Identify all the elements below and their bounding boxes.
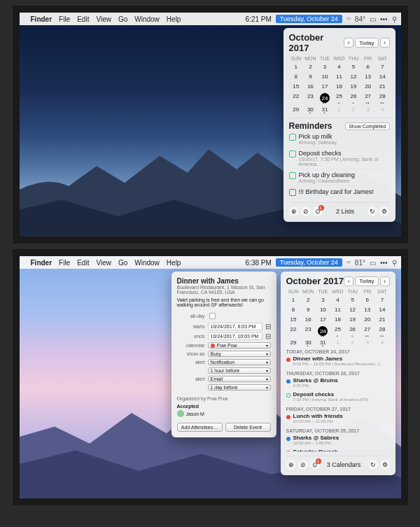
add-reminder-icon[interactable]: ⊘ xyxy=(301,206,311,216)
calendar-day[interactable]: 15 xyxy=(289,83,304,90)
calendar-day[interactable]: 14 xyxy=(375,73,390,80)
allday-checkbox[interactable] xyxy=(209,313,215,319)
calendar-day[interactable]: 17 xyxy=(318,83,332,90)
calendar-day[interactable]: 19 xyxy=(346,83,361,90)
calendar-day[interactable]: 13 xyxy=(360,306,374,314)
badge-icon[interactable]: ⊙1 xyxy=(313,206,323,216)
badge-icon[interactable]: ⊙1 xyxy=(310,460,320,470)
calendar-day[interactable]: 31• xyxy=(318,106,332,113)
calendar-day[interactable]: 16 xyxy=(303,83,318,90)
calendar-day[interactable]: 5 xyxy=(346,63,361,71)
wifi-icon[interactable]: ⌔ xyxy=(346,259,351,267)
menu-file[interactable]: File xyxy=(59,15,70,23)
battery-icon[interactable]: ▭ xyxy=(370,259,376,267)
footer-count[interactable]: 2 Lists xyxy=(336,208,354,215)
prev-month-button[interactable]: ‹ xyxy=(344,38,354,48)
calendar-day[interactable]: 1 xyxy=(332,106,346,113)
calendar-day[interactable]: 3 xyxy=(316,296,330,304)
refresh-icon[interactable]: ↻ xyxy=(368,206,377,216)
menu-window[interactable]: Window xyxy=(134,259,160,267)
reminder-item[interactable]: Pick up milkArriving: Safeway xyxy=(289,131,390,148)
calendar-day[interactable]: 27•• xyxy=(360,92,375,104)
event-item[interactable]: Lunch with friends10:00 AM – 11:00 AM xyxy=(286,412,390,426)
calendar-day[interactable]: 7 xyxy=(374,296,389,304)
calendar-day[interactable]: 27•• xyxy=(360,325,374,337)
reminder-item[interactable]: !!! Birthday card for James! xyxy=(289,186,390,198)
calendar-day[interactable]: 4 xyxy=(374,339,389,346)
calendar-day[interactable]: 28•• xyxy=(375,92,390,104)
calendar-day[interactable]: 14 xyxy=(374,306,389,314)
refresh-icon[interactable]: ↻ xyxy=(368,460,378,470)
showas-select[interactable]: Busy xyxy=(208,351,271,357)
alert2b-select[interactable]: 1 day before xyxy=(208,384,271,391)
calendar-day[interactable]: 8 xyxy=(286,306,301,314)
calendar-day[interactable]: 9 xyxy=(303,73,318,80)
calendar-day[interactable]: 22 xyxy=(289,92,304,104)
calendar-day[interactable]: 2 xyxy=(303,63,318,71)
app-name[interactable]: Finder xyxy=(31,15,52,23)
calendar-day[interactable]: 18 xyxy=(330,316,345,323)
calendar-day[interactable]: 11 xyxy=(330,306,345,314)
calendar-day[interactable]: 13 xyxy=(360,73,375,80)
calendar-day[interactable]: 30• xyxy=(303,106,318,113)
calendar-day[interactable]: 29 xyxy=(289,106,304,113)
calendar-day[interactable]: 23 xyxy=(301,325,316,337)
alert1-select[interactable]: Notification xyxy=(208,359,271,365)
calendar-day[interactable]: 11 xyxy=(332,73,346,80)
calendar-day[interactable]: 17 xyxy=(316,316,330,323)
calendar-day[interactable]: 12 xyxy=(346,73,361,80)
calendar-day[interactable]: 19 xyxy=(345,316,360,323)
date-badge[interactable]: Tuesday, October 24 xyxy=(276,258,342,267)
reminder-item[interactable]: Pick up dry cleaningArriving: Cleanersth… xyxy=(289,169,390,186)
next-month-button[interactable]: › xyxy=(380,276,390,286)
calendar-day[interactable]: 6 xyxy=(360,296,374,304)
menu-help[interactable]: Help xyxy=(167,15,181,23)
calendar-day[interactable]: 15 xyxy=(286,316,301,323)
event-item[interactable]: Deposit checks7:30 PM | Arriving: Bank o… xyxy=(286,390,390,404)
add-event-icon[interactable]: ⊕ xyxy=(286,460,296,470)
calendar-select[interactable]: Pow Pow xyxy=(208,342,271,349)
calendar-day[interactable]: 21 xyxy=(375,83,390,90)
calendar-day[interactable]: 2 xyxy=(345,339,360,346)
spotlight-icon[interactable]: ⚲ xyxy=(392,15,397,23)
calendar-day[interactable]: 10 xyxy=(318,73,332,80)
calendar-day[interactable]: 25• xyxy=(330,325,345,337)
more-icon[interactable]: ••• xyxy=(380,15,388,23)
menu-edit[interactable]: Edit xyxy=(77,259,89,267)
calendar-day[interactable]: 29 xyxy=(286,339,301,346)
starts-field[interactable]: 10/24/2017, 8:03 PM xyxy=(208,323,262,330)
event-item[interactable]: Dinner with James8:03 PM – 10:03 PM | Bo… xyxy=(286,354,390,368)
calendar-day[interactable]: 3 xyxy=(360,106,375,113)
today-button[interactable]: Today xyxy=(355,276,378,286)
add-reminder-icon[interactable]: ⊘ xyxy=(298,460,308,470)
show-completed-button[interactable]: Show Completed xyxy=(345,122,389,130)
calendar-day[interactable]: 18 xyxy=(332,83,346,90)
calendar-day[interactable]: 21 xyxy=(374,316,389,323)
calendar-day[interactable]: 26• xyxy=(345,325,360,337)
add-attendees-button[interactable]: Add Attendees… xyxy=(177,423,223,432)
menu-edit[interactable]: Edit xyxy=(77,15,89,23)
event-item[interactable]: Saturday Brunch11:00 AM – 12:30 PM | Bru… xyxy=(286,447,390,451)
calendar-day[interactable]: 24•• xyxy=(318,92,332,104)
add-event-icon[interactable]: ⊕ xyxy=(289,206,299,216)
alert2-select[interactable]: Email xyxy=(208,376,271,382)
calendar-day[interactable]: 4 xyxy=(375,106,390,113)
calendar-day[interactable]: 3 xyxy=(360,339,374,346)
reminder-item[interactable]: Deposit checks10/26/17, 7:30 PM | Arrivi… xyxy=(289,148,390,169)
calendar-day[interactable]: 20 xyxy=(360,316,374,323)
reminder-checkbox[interactable] xyxy=(289,134,296,141)
reminder-checkbox[interactable] xyxy=(289,189,296,196)
calendar-day[interactable]: 30• xyxy=(301,339,316,346)
today-button[interactable]: Today xyxy=(355,38,378,48)
battery-icon[interactable]: ▭ xyxy=(370,15,376,23)
ends-field[interactable]: 10/24/2017, 10:03 PM xyxy=(208,332,262,340)
calendar-day[interactable]: 1 xyxy=(330,339,345,346)
clock[interactable]: 6:21 PM xyxy=(246,15,272,23)
calendar-day[interactable]: 28•• xyxy=(374,325,389,337)
calendar-day[interactable]: 1 xyxy=(286,296,301,304)
calendar-day[interactable]: 8 xyxy=(289,73,304,80)
calendar-day[interactable]: 10 xyxy=(316,306,330,314)
settings-icon[interactable]: ⚙ xyxy=(380,460,390,470)
calendar-day[interactable]: 25• xyxy=(332,92,346,104)
wifi-icon[interactable]: ⌔ xyxy=(346,15,351,23)
